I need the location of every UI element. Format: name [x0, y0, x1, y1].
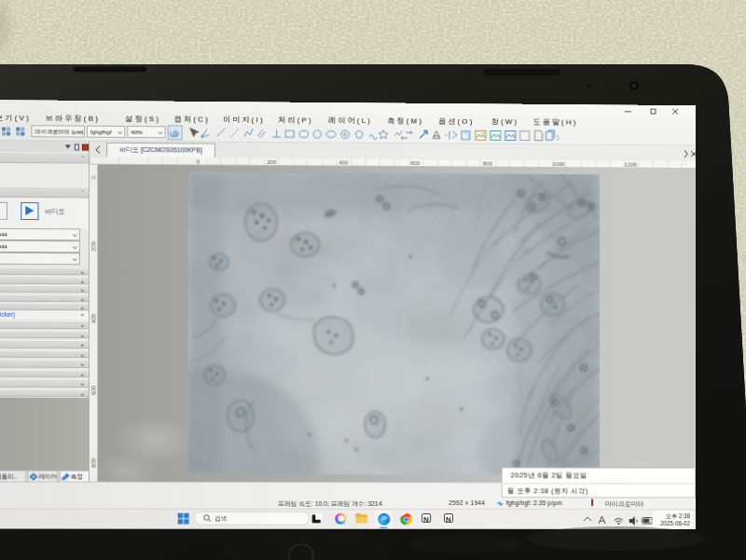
svg-text:600: 600: [90, 385, 97, 395]
svg-text:200: 200: [90, 241, 97, 252]
svg-text:400: 400: [90, 313, 97, 323]
svg-text:800: 800: [90, 458, 97, 468]
svg-text:0: 0: [90, 175, 97, 179]
